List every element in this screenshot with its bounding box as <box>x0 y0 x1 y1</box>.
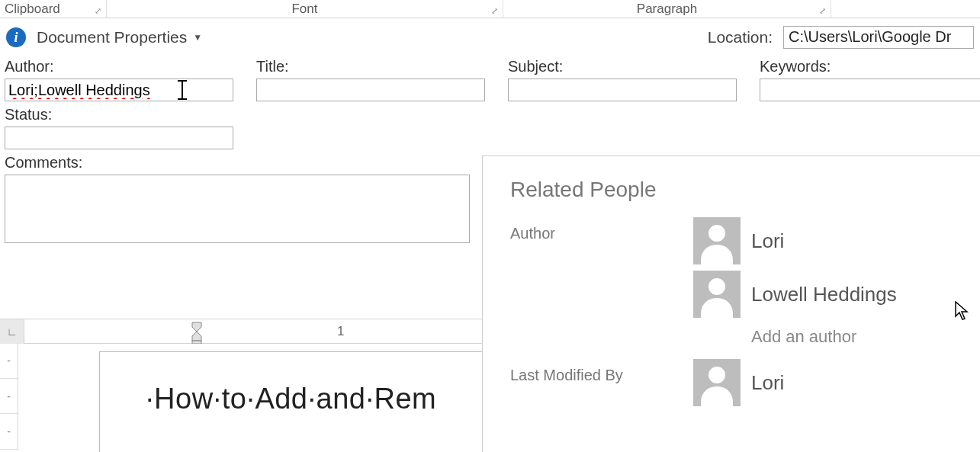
ribbon-group-font: Font ⤢ <box>107 0 503 18</box>
vruler-cell: - <box>0 414 18 450</box>
keywords-input[interactable] <box>760 79 980 101</box>
chevron-down-icon: ▼ <box>193 32 202 43</box>
subject-input[interactable] <box>508 79 737 101</box>
title-input[interactable] <box>256 79 485 101</box>
author-entry[interactable]: Lori <box>693 217 897 264</box>
location-label: Location: <box>708 28 773 46</box>
author-name: Lori <box>751 229 784 253</box>
author-entry[interactable]: Lowell Heddings <box>693 271 897 318</box>
related-people-panel: Related People Author Lori Lowell Heddin… <box>482 155 980 452</box>
status-input[interactable] <box>5 127 233 149</box>
info-icon: i <box>6 27 26 47</box>
vruler-cell: - <box>0 343 18 379</box>
svg-marker-1 <box>192 332 201 341</box>
ribbon-group-paragraph: Paragraph ⤢ <box>503 0 831 18</box>
last-modified-name: Lori <box>751 371 784 395</box>
document-properties-dropdown[interactable]: Document Properties ▼ <box>37 28 202 46</box>
subject-label: Subject: <box>508 58 737 75</box>
author-name: Lowell Heddings <box>751 283 897 306</box>
ruler-tick-1: 1 <box>337 319 344 343</box>
dialog-launcher-paragraph[interactable]: ⤢ <box>817 5 827 16</box>
vertical-ruler: - - - <box>0 343 18 450</box>
vruler-cell: - <box>0 379 18 415</box>
svg-rect-2 <box>192 341 201 344</box>
keywords-label: Keywords: <box>760 58 980 75</box>
document-properties-bar: i Document Properties ▼ Location: C:\Use… <box>0 18 980 53</box>
last-modified-key: Last Modified By <box>510 359 693 384</box>
dialog-launcher-font[interactable]: ⤢ <box>489 5 500 16</box>
add-author-link[interactable]: Add an author <box>751 327 897 347</box>
comments-input[interactable] <box>5 175 470 243</box>
author-input[interactable] <box>5 79 233 101</box>
text-cursor-icon <box>182 81 183 99</box>
tab-selector-button[interactable]: ∟ <box>0 319 24 344</box>
ribbon-group-labels: Clipboard ⤢ Font ⤢ Paragraph ⤢ <box>0 0 980 18</box>
avatar-icon <box>693 271 741 318</box>
ribbon-label-paragraph: Paragraph <box>637 2 697 17</box>
avatar-icon <box>693 359 741 406</box>
last-modified-entry[interactable]: Lori <box>693 359 784 406</box>
ribbon-group-clipboard: Clipboard ⤢ <box>0 0 107 18</box>
indent-marker-icon[interactable] <box>191 319 203 344</box>
status-row: Status: <box>0 101 980 149</box>
location-field[interactable]: C:\Users\Lori\Google Dr <box>783 26 974 49</box>
ribbon-label-clipboard: Clipboard <box>5 2 60 17</box>
title-label: Title: <box>256 58 485 75</box>
panel-title: Related People <box>510 178 953 202</box>
author-label: Author: <box>5 58 233 75</box>
dialog-launcher-clipboard[interactable]: ⤢ <box>92 5 103 16</box>
status-label: Status: <box>5 106 975 123</box>
avatar-icon <box>693 217 741 264</box>
svg-marker-0 <box>192 322 201 332</box>
property-fields-row: Author: Title: Subject: Keywords: <box>0 53 980 101</box>
ribbon-label-font: Font <box>291 2 317 17</box>
document-properties-label: Document Properties <box>37 28 187 46</box>
author-key: Author <box>510 217 693 242</box>
